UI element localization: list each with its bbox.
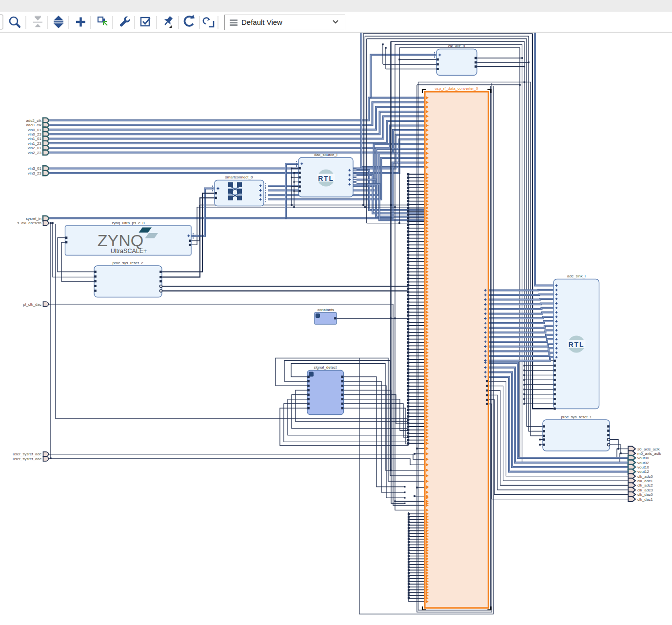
- svg-text:adc_sink_i: adc_sink_i: [567, 274, 586, 278]
- svg-text:vout12: vout12: [637, 469, 650, 474]
- svg-text:RTL: RTL: [569, 341, 585, 349]
- svg-text:vin0_01: vin0_01: [28, 128, 42, 132]
- svg-text:proc_sys_reset_2: proc_sys_reset_2: [112, 261, 143, 265]
- svg-text:pl_clk_dac: pl_clk_dac: [23, 302, 41, 307]
- svg-text:user_sysref_dac: user_sysref_dac: [13, 457, 41, 461]
- svg-text:s0_axis_aclk: s0_axis_aclk: [637, 447, 660, 451]
- svg-text:zynq_ultra_ps_e_0: zynq_ultra_ps_e_0: [112, 221, 145, 225]
- svg-text:user_sysref_adc: user_sysref_adc: [13, 452, 41, 456]
- svg-text:clk_adc1: clk_adc1: [637, 479, 653, 483]
- svg-text:signal_detect: signal_detect: [314, 365, 337, 370]
- svg-text:clk_adc0: clk_adc0: [637, 474, 653, 479]
- svg-text:usp_rf_data_converter_0: usp_rf_data_converter_0: [435, 86, 479, 91]
- svg-text:m0_axis_aclk: m0_axis_aclk: [637, 451, 661, 456]
- svg-text:vin1_23: vin1_23: [28, 141, 42, 146]
- svg-text:vout00: vout00: [637, 456, 650, 460]
- svg-text:vout02: vout02: [637, 461, 650, 465]
- svg-text:vin0_23: vin0_23: [28, 132, 42, 137]
- svg-text:clk_dac1: clk_dac1: [637, 497, 653, 502]
- svg-text:smartconnect_0: smartconnect_0: [225, 175, 253, 179]
- svg-text:vin3_23: vin3_23: [28, 171, 42, 176]
- svg-text:vin2_23: vin2_23: [28, 151, 42, 155]
- svg-text:proc_sys_reset_1: proc_sys_reset_1: [561, 415, 592, 419]
- svg-text:clk_adc3: clk_adc3: [637, 488, 653, 492]
- svg-text:UltraSCALE+: UltraSCALE+: [111, 248, 147, 254]
- svg-text:vin3_01: vin3_01: [28, 166, 42, 171]
- svg-text:RTL: RTL: [318, 175, 334, 182]
- svg-text:vin1_01: vin1_01: [28, 137, 42, 141]
- svg-text:sysref_in: sysref_in: [26, 216, 41, 221]
- svg-text:constants: constants: [317, 308, 334, 312]
- svg-text:dac0_clk: dac0_clk: [26, 123, 42, 127]
- svg-text:dac_source_i: dac_source_i: [314, 153, 337, 157]
- svg-text:vin2_01: vin2_01: [28, 146, 42, 150]
- svg-text:ZYNQ: ZYNQ: [98, 231, 143, 250]
- svg-text:vout10: vout10: [637, 465, 650, 469]
- svg-text:s_axi_aresetn: s_axi_aresetn: [17, 221, 41, 225]
- svg-text:adc2_clk: adc2_clk: [26, 118, 42, 123]
- svg-text:clk_adc2: clk_adc2: [637, 483, 653, 488]
- svg-text:clk_wiz_0: clk_wiz_0: [448, 44, 465, 48]
- svg-text:clk_dac0: clk_dac0: [637, 492, 653, 497]
